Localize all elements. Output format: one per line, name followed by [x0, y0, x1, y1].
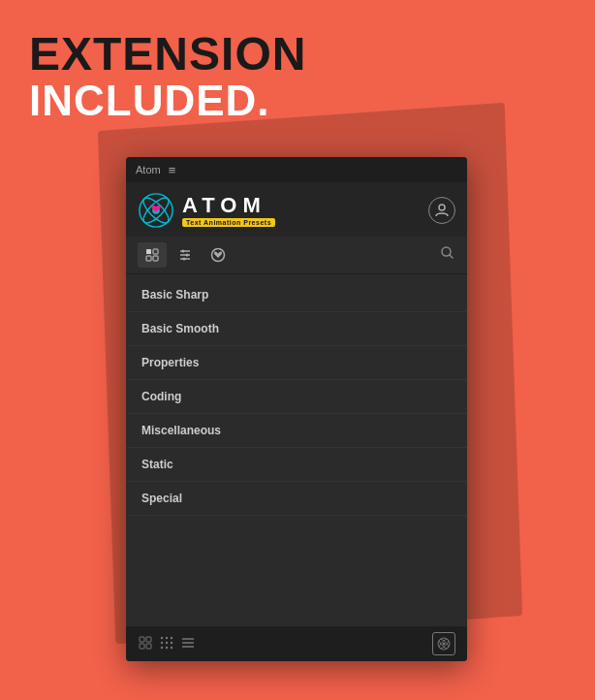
- svg-point-29: [166, 646, 168, 648]
- headline-line1: EXTENSION: [29, 31, 306, 78]
- logo-name: ATOM: [182, 195, 275, 216]
- grid-dots-button[interactable]: [159, 635, 174, 653]
- app-title: Atom: [136, 164, 161, 175]
- svg-rect-21: [146, 644, 151, 649]
- svg-point-4: [439, 205, 445, 210]
- svg-rect-8: [153, 256, 158, 261]
- svg-rect-19: [146, 637, 151, 642]
- list-item[interactable]: Basic Smooth: [126, 312, 467, 346]
- title-bar: Atom ≡: [126, 157, 467, 182]
- toolbar-left: [138, 242, 233, 268]
- favorites-button[interactable]: [204, 242, 233, 268]
- svg-point-12: [182, 250, 185, 253]
- list-item[interactable]: Miscellaneous: [126, 414, 467, 448]
- presets-button[interactable]: [138, 242, 167, 268]
- list-button[interactable]: [180, 635, 196, 653]
- atom-logo-icon: [138, 192, 174, 229]
- headline: EXTENSION INCLUDED.: [29, 31, 306, 124]
- list-item[interactable]: Coding: [126, 380, 467, 414]
- headline-line2: INCLUDED.: [29, 78, 306, 124]
- list-item[interactable]: Static: [126, 448, 467, 482]
- list-item[interactable]: Basic Sharp: [126, 278, 467, 312]
- menu-icon[interactable]: ≡: [169, 163, 176, 177]
- svg-point-23: [166, 636, 168, 638]
- svg-point-24: [171, 636, 172, 638]
- list-item[interactable]: Properties: [126, 346, 467, 380]
- svg-rect-6: [153, 249, 158, 254]
- svg-point-25: [161, 641, 163, 643]
- svg-point-35: [443, 643, 446, 646]
- bottom-bar: [126, 626, 467, 661]
- svg-line-17: [450, 255, 454, 259]
- search-button[interactable]: [440, 245, 455, 265]
- profile-icon[interactable]: [428, 197, 455, 224]
- grid-small-button[interactable]: [138, 635, 153, 653]
- svg-rect-7: [146, 256, 151, 261]
- svg-point-27: [171, 641, 172, 643]
- toolbar: [126, 237, 467, 274]
- list-area: Basic Sharp Basic Smooth Properties Codi…: [126, 274, 467, 626]
- svg-point-28: [161, 646, 163, 648]
- svg-point-13: [186, 254, 189, 257]
- svg-point-26: [166, 641, 168, 643]
- bottom-view-icons: [138, 635, 196, 653]
- logo-area: ATOM Text Animation Presets: [138, 192, 275, 229]
- svg-point-22: [161, 636, 163, 638]
- svg-point-14: [183, 258, 186, 261]
- logo-text-area: ATOM Text Animation Presets: [182, 195, 275, 227]
- svg-rect-20: [140, 644, 144, 649]
- logo-subtitle: Text Animation Presets: [182, 218, 275, 227]
- sliders-button[interactable]: [171, 242, 200, 268]
- atom-small-button[interactable]: [432, 632, 455, 655]
- svg-rect-18: [140, 637, 144, 642]
- svg-rect-5: [146, 249, 151, 254]
- svg-point-30: [171, 646, 172, 648]
- app-window: Atom ≡ ATOM Text Animation Presets: [126, 157, 467, 661]
- list-item[interactable]: Special: [126, 482, 467, 516]
- header: ATOM Text Animation Presets: [126, 182, 467, 237]
